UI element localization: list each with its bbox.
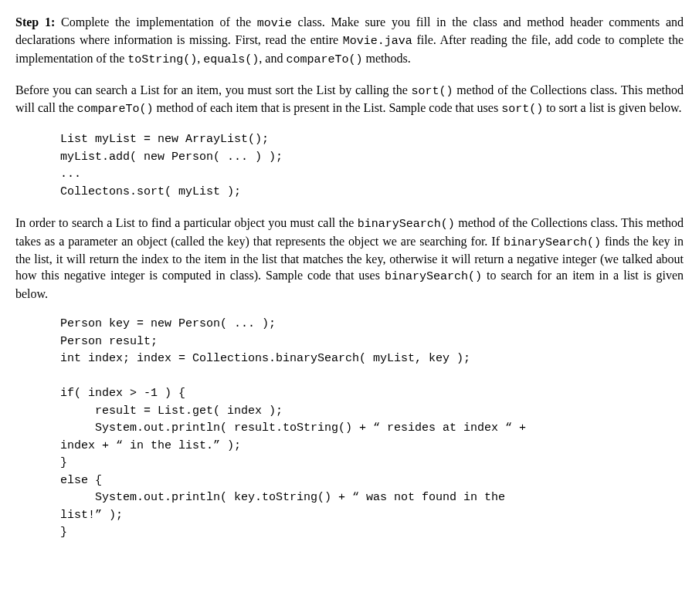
text: to sort a list is given below. (543, 101, 681, 114)
text: Complete the implementation of the (55, 15, 257, 29)
paragraph-sort: Before you can search a List for an item… (15, 82, 684, 118)
code-inline: sort() (412, 85, 453, 98)
code-block-sort: List myList = new ArrayList(); myList.ad… (60, 131, 684, 201)
code-inline: binarySearch() (504, 236, 601, 249)
paragraph-binarysearch: In order to search a List to find a part… (15, 215, 684, 302)
code-inline: compareTo() (286, 53, 362, 66)
code-inline: binarySearch() (358, 218, 455, 231)
text: Before you can search a List for an item… (15, 83, 412, 96)
code-inline: toString() (127, 53, 197, 66)
code-inline: Movie.java (343, 35, 412, 48)
text: In order to search a List to find a part… (15, 216, 358, 229)
code-inline: binarySearch() (385, 270, 482, 283)
code-block-binarysearch: Person key = new Person( ... ); Person r… (60, 316, 684, 542)
paragraph-step1: Step 1: Complete the implementation of t… (15, 14, 684, 68)
code-inline: equals() (203, 53, 259, 66)
text: method of each item that is present in t… (154, 101, 502, 114)
text: methods. (362, 52, 410, 65)
code-inline: movie (257, 17, 292, 30)
text: , and (259, 52, 286, 65)
step-label: Step 1: (15, 15, 55, 29)
code-inline: sort() (501, 103, 543, 116)
code-inline: compareTo() (77, 103, 154, 116)
